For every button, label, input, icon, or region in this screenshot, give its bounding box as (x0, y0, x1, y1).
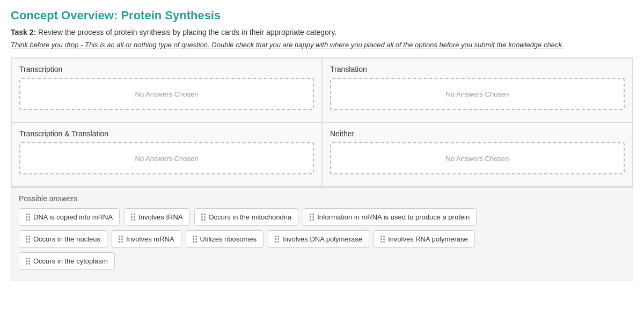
possible-answers-title: Possible answers (19, 194, 625, 203)
task-description: Task 2: Review the process of protein sy… (11, 28, 633, 36)
answer-card-3[interactable]: Occurs in the mitochondria (194, 208, 299, 226)
think-note: Think before you drop - This is an all o… (11, 41, 633, 49)
category-transcription-translation-title: Transcription & Translation (19, 129, 314, 138)
category-neither[interactable]: Neither No Answers Chosen (322, 122, 633, 187)
category-neither-title: Neither (330, 129, 625, 138)
answer-card-8[interactable]: Involves DNA polymerase (268, 230, 369, 248)
neither-drop-zone[interactable]: No Answers Chosen (330, 142, 625, 174)
answers-row-3: Occurs in the cytoplasm (19, 252, 625, 270)
answer-card-5[interactable]: Occurs in the nucleus (19, 230, 107, 248)
answer-card-10[interactable]: Occurs in the cytoplasm (19, 252, 115, 270)
category-transcription-title: Transcription (19, 65, 314, 74)
answer-card-9-text: Involves RNA polymerase (388, 235, 468, 243)
answer-card-2-text: Involves tRNA (138, 213, 182, 221)
drag-icon-7 (193, 236, 197, 243)
categories-grid: Transcription No Answers Chosen Translat… (11, 57, 633, 187)
translation-drop-zone[interactable]: No Answers Chosen (330, 78, 625, 110)
answer-card-10-text: Occurs in the cytoplasm (33, 257, 108, 265)
transcription-translation-drop-zone[interactable]: No Answers Chosen (19, 142, 314, 174)
answer-card-2[interactable]: Involves tRNA (124, 208, 189, 226)
task-label: Task 2: (11, 28, 36, 36)
category-translation[interactable]: Translation No Answers Chosen (322, 58, 633, 122)
category-transcription-translation[interactable]: Transcription & Translation No Answers C… (11, 122, 322, 187)
drag-icon-8 (275, 236, 279, 243)
think-note-rest: - This is an all or nothing type of ques… (78, 41, 564, 49)
transcription-drop-zone[interactable]: No Answers Chosen (19, 78, 314, 110)
drag-icon-3 (201, 214, 206, 221)
drag-icon-1 (26, 214, 30, 221)
drag-icon-4 (310, 214, 314, 221)
drag-icon-10 (26, 258, 30, 265)
answers-row-2: Occurs in the nucleus Involves mRNA Util… (19, 230, 625, 248)
category-transcription[interactable]: Transcription No Answers Chosen (11, 58, 322, 122)
answers-row-1: DNA is copied into mRNA Involves tRNA Oc… (19, 208, 625, 226)
transcription-translation-placeholder: No Answers Chosen (135, 155, 199, 163)
drag-icon-6 (119, 236, 123, 243)
drag-icon-2 (131, 214, 135, 221)
drag-icon-5 (26, 236, 30, 243)
answer-card-3-text: Occurs in the mitochondria (209, 213, 292, 221)
answer-card-5-text: Occurs in the nucleus (33, 235, 100, 243)
neither-placeholder: No Answers Chosen (446, 155, 509, 163)
answer-card-7-text: Utilizes ribosomes (200, 235, 257, 243)
answer-card-6-text: Involves mRNA (126, 235, 174, 243)
answer-card-4[interactable]: Information in mRNA is used to produce a… (303, 208, 477, 226)
task-description-text: Review the process of protein synthesis … (38, 28, 336, 36)
answer-card-1[interactable]: DNA is copied into mRNA (19, 208, 120, 226)
possible-answers-section: Possible answers DNA is copied into mRNA… (11, 187, 633, 281)
answer-card-7[interactable]: Utilizes ribosomes (186, 230, 264, 248)
think-note-underlined: Think before you drop (11, 41, 78, 49)
answer-card-4-text: Information in mRNA is used to produce a… (317, 213, 470, 221)
answer-card-1-text: DNA is copied into mRNA (33, 213, 113, 221)
page-title: Concept Overview: Protein Synthesis (11, 9, 633, 23)
transcription-placeholder: No Answers Chosen (135, 90, 199, 98)
answer-card-9[interactable]: Involves RNA polymerase (374, 230, 475, 248)
drag-icon-9 (380, 236, 385, 243)
answer-card-6[interactable]: Involves mRNA (112, 230, 181, 248)
category-translation-title: Translation (330, 65, 625, 74)
translation-placeholder: No Answers Chosen (446, 90, 509, 98)
answer-card-8-text: Involves DNA polymerase (282, 235, 362, 243)
